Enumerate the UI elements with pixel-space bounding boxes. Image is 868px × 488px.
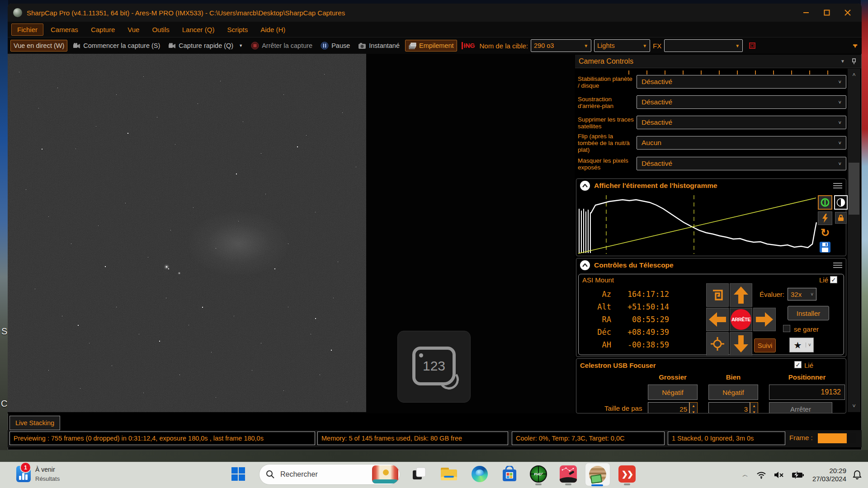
scroll-up-icon[interactable]: ˄ — [848, 71, 860, 78]
histogram-save-button[interactable] — [818, 240, 832, 254]
volume-muted-icon[interactable] — [774, 471, 784, 479]
target-name-select[interactable]: 290 o3▼ — [531, 39, 591, 52]
stop-capture-button[interactable]: Arrêter la capture — [248, 40, 315, 52]
collapse-section-icon[interactable] — [580, 181, 590, 191]
stacking-button[interactable]: Empilement — [405, 40, 457, 52]
coarse-negative-button[interactable]: Négatif — [648, 385, 698, 400]
mount-linked-label: Lié — [818, 276, 828, 284]
collapse-section-icon[interactable] — [580, 260, 590, 270]
hide-pixels-select[interactable]: Désactivé˅ — [637, 157, 846, 170]
search-placeholder: Rechercher — [280, 470, 318, 479]
quick-capture-button[interactable]: Capture rapide (Q) ▼ — [165, 40, 245, 51]
menu-outils[interactable]: Outils — [146, 24, 175, 35]
phd2-guiding-icon[interactable]: PHD² — [529, 465, 548, 483]
task-view-button[interactable] — [410, 465, 429, 483]
position-value[interactable]: 19132 — [769, 385, 845, 400]
sharpcap-taskbar-icon[interactable] — [585, 463, 610, 486]
slew-right-button[interactable] — [753, 308, 776, 331]
selection-area-icon[interactable] — [748, 42, 756, 50]
frame-type-select[interactable]: Lights▼ — [594, 39, 650, 52]
histogram-contrast-button[interactable] — [834, 195, 848, 210]
menu-lancer[interactable]: Lancer (Q) — [177, 24, 220, 35]
microsoft-store-icon[interactable] — [500, 465, 519, 483]
chevron-down-icon: ˅ — [811, 292, 813, 297]
fx-select[interactable]: ▼ — [664, 39, 743, 52]
park-label: se garer — [794, 325, 819, 333]
focuser-linked-checkbox[interactable]: ✓ — [794, 361, 802, 368]
live-view-button[interactable]: Vue en direct (W) — [10, 40, 67, 52]
touch-numpad-overlay[interactable]: 123 — [397, 331, 471, 403]
pause-button[interactable]: Pause — [318, 40, 353, 52]
stabilisation-select[interactable]: Désactivé˅ — [637, 75, 846, 89]
edge-browser-icon[interactable] — [470, 465, 489, 483]
wifi-icon[interactable] — [756, 471, 766, 479]
toolbar-overflow-icon[interactable]: ▬▼ — [853, 43, 857, 48]
menu-aide[interactable]: Aide (H) — [255, 24, 291, 35]
widget-text-line1[interactable]: À venir — [35, 466, 55, 473]
fx-label: FX — [653, 42, 661, 50]
focuser-title: Celestron USB Focuser — [580, 361, 656, 369]
tracking-button[interactable]: Suivi — [754, 338, 776, 352]
snapshot-button[interactable]: Instantané — [355, 40, 402, 51]
toolbar: Vue en direct (W) Commencer la capture (… — [8, 37, 862, 54]
panel-collapse-icon[interactable]: ▼ — [840, 59, 845, 64]
histogram-menu-icon[interactable] — [833, 183, 842, 188]
slew-down-button[interactable] — [730, 332, 752, 356]
slew-left-button[interactable] — [706, 308, 729, 331]
clock[interactable]: 20:29 27/03/2024 — [812, 467, 846, 483]
chevron-down-icon: ˅ — [839, 79, 841, 84]
stop-slew-button[interactable]: ARRÊTE — [730, 308, 752, 331]
maximize-button[interactable] — [816, 6, 837, 19]
install-button[interactable]: Installer — [788, 306, 829, 320]
background-subtract-select[interactable]: Désactivé˅ — [637, 95, 846, 109]
battery-charging-icon[interactable] — [792, 471, 804, 479]
fine-step-spinner[interactable]: 3 ▲▼ — [708, 402, 758, 413]
tray-expand-icon[interactable]: ︿ — [742, 471, 748, 479]
side-panel-scrollbar[interactable]: ˄ ˅ — [848, 69, 860, 412]
pause-icon — [321, 42, 329, 50]
telescope-menu-icon[interactable] — [833, 263, 842, 268]
menu-cameras[interactable]: Cameras — [45, 24, 84, 35]
focuser-stop-button[interactable]: Arrêter — [769, 402, 832, 413]
slew-up-button[interactable] — [730, 283, 752, 307]
park-checkbox[interactable] — [783, 325, 790, 332]
menu-vue[interactable]: Vue — [122, 24, 145, 35]
menu-fichier[interactable]: Fichier — [11, 23, 43, 36]
histogram-lock-button[interactable] — [835, 212, 847, 224]
goto-target-button[interactable] — [706, 332, 729, 356]
fine-negative-button[interactable]: Négatif — [708, 385, 758, 400]
menu-capture[interactable]: Capture — [85, 24, 120, 35]
start-button[interactable] — [229, 465, 248, 483]
flip-select[interactable]: Aucun˅ — [637, 136, 846, 150]
mount-linked-checkbox[interactable]: ✓ — [830, 276, 837, 283]
video-camera-icon — [168, 42, 176, 49]
close-button[interactable] — [837, 6, 858, 19]
stellarium-icon[interactable] — [559, 465, 578, 483]
minimize-button[interactable] — [796, 6, 816, 19]
live-stacking-tab[interactable]: Live Stacking — [9, 416, 60, 430]
search-box[interactable]: Rechercher — [259, 464, 400, 485]
pin-icon[interactable] — [851, 58, 857, 65]
widget-text-line2[interactable]: Résultats — [35, 475, 60, 482]
anydesk-icon[interactable]: ❯❯ — [618, 465, 637, 483]
tray-date: 27/03/2024 — [812, 475, 846, 483]
start-capture-button[interactable]: Commencer la capture (S) — [70, 40, 163, 51]
meridian-flip-button[interactable] — [706, 283, 729, 307]
histogram-autostretch-button[interactable] — [818, 211, 832, 225]
stop-icon — [251, 42, 259, 50]
menu-scripts[interactable]: Scripts — [222, 24, 253, 35]
rate-select[interactable]: 32x˅ — [788, 288, 816, 300]
star-rate-select[interactable]: ★ ˅ — [789, 338, 814, 352]
histogram-power-button[interactable] — [818, 195, 832, 210]
satellite-trails-select[interactable]: Désactivé˅ — [637, 116, 846, 129]
chevron-down-icon[interactable]: ▼ — [239, 43, 243, 48]
scrollbar-thumb[interactable] — [849, 163, 859, 215]
desktop-wallpaper-right — [861, 0, 868, 462]
notification-bell-icon[interactable] — [853, 470, 862, 480]
search-daily-image[interactable] — [372, 465, 398, 483]
scroll-down-icon[interactable]: ˅ — [848, 403, 860, 409]
file-explorer-icon[interactable] — [439, 465, 458, 483]
desktop-wallpaper-bottom — [0, 450, 868, 462]
histogram-reset-button[interactable]: ↻ — [818, 226, 832, 239]
coarse-step-spinner[interactable]: 25 ▲▼ — [648, 402, 698, 413]
